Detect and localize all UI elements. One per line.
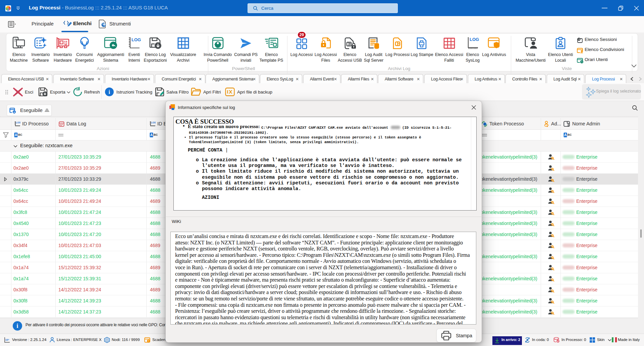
svg-text:BC: BC: [568, 133, 572, 136]
svg-text:10³: 10³: [5, 338, 9, 341]
svg-text:A: A: [15, 133, 17, 137]
svg-text:A: A: [150, 133, 153, 137]
svg-text:A: A: [564, 133, 567, 137]
svg-text:BC: BC: [154, 133, 158, 136]
svg-text:BC: BC: [18, 133, 22, 136]
svg-text:LOG: LOG: [470, 37, 479, 42]
svg-text:LOG: LOG: [16, 121, 21, 124]
svg-text:LOG: LOG: [131, 37, 141, 42]
svg-text:LOG: LOG: [151, 121, 156, 124]
svg-text:i: i: [109, 89, 110, 95]
